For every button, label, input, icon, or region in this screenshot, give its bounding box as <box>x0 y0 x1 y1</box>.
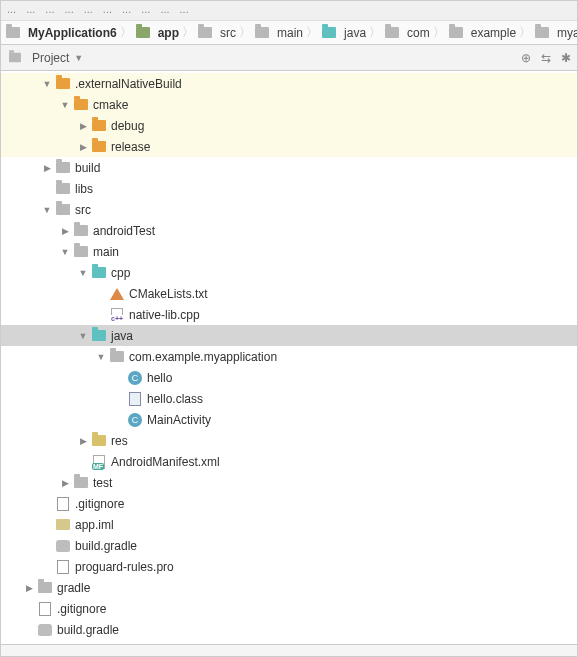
chevron-down-icon[interactable]: ▼ <box>41 204 53 216</box>
gitignore-icon <box>55 559 71 575</box>
chevron-down-icon[interactable]: ▼ <box>41 78 53 90</box>
tree-label: build <box>75 161 100 175</box>
menu-item[interactable]: ... <box>122 3 131 18</box>
breadcrumb-item[interactable]: myapplication <box>534 25 577 41</box>
tree-row[interactable]: ▶build.gradle <box>1 535 577 556</box>
folder-grey-icon <box>448 25 464 41</box>
tree-label: hello.class <box>147 392 203 406</box>
chevron-down-icon[interactable]: ▼ <box>77 267 89 279</box>
target-icon[interactable]: ⊕ <box>521 51 531 65</box>
breadcrumb-item[interactable]: src <box>197 25 236 41</box>
tree-row[interactable]: ▶release <box>1 136 577 157</box>
tree-row[interactable]: ▶.gitignore <box>1 493 577 514</box>
tree-row[interactable]: ▶.gitignore <box>1 598 577 619</box>
menu-item[interactable]: ... <box>141 3 150 18</box>
breadcrumb-item[interactable]: java <box>321 25 366 41</box>
tree-row[interactable]: ▶MFAndroidManifest.xml <box>1 451 577 472</box>
tree-row[interactable]: ▼java <box>1 325 577 346</box>
class-c-icon: C <box>127 412 143 428</box>
tree-label: androidTest <box>93 224 155 238</box>
tree-row[interactable]: ▼cpp <box>1 262 577 283</box>
menu-item[interactable]: ... <box>26 3 35 18</box>
tree-row[interactable]: ▶proguard-rules.pro <box>1 556 577 577</box>
menu-item[interactable]: ... <box>7 3 16 18</box>
tree-row[interactable]: ▶gradle <box>1 577 577 598</box>
chevron-right-icon[interactable]: ▶ <box>59 225 71 237</box>
breadcrumb-label: example <box>471 26 516 40</box>
tree-label: CMakeLists.txt <box>129 287 208 301</box>
breadcrumb-item[interactable]: example <box>448 25 516 41</box>
project-tree[interactable]: ▼.externalNativeBuild▼cmake▶debug▶releas… <box>1 71 577 644</box>
menu-item[interactable]: ... <box>160 3 169 18</box>
menu-item[interactable]: ... <box>103 3 112 18</box>
tree-label: native-lib.cpp <box>129 308 200 322</box>
folder-cyan-icon <box>91 328 107 344</box>
tree-row[interactable]: ▼main <box>1 241 577 262</box>
breadcrumb-item[interactable]: com <box>384 25 430 41</box>
tree-row[interactable]: ▶androidTest <box>1 220 577 241</box>
folder-grey-icon <box>5 25 21 41</box>
tree-row[interactable]: ▶Chello <box>1 367 577 388</box>
menu-bar[interactable]: .............................. <box>1 1 577 21</box>
tree-row[interactable]: ▼src <box>1 199 577 220</box>
collapse-icon[interactable]: ⇆ <box>541 51 551 65</box>
manifest-icon: MF <box>91 454 107 470</box>
tree-row[interactable]: ▶build <box>1 157 577 178</box>
breadcrumb-item[interactable]: main <box>254 25 303 41</box>
breadcrumb-bar: MyApplication6〉app〉src〉main〉java〉com〉exa… <box>1 21 577 45</box>
tree-label: .gitignore <box>75 497 124 511</box>
breadcrumb-item[interactable]: app <box>135 25 179 41</box>
tree-row[interactable]: ▼cmake <box>1 94 577 115</box>
tree-label: release <box>111 140 150 154</box>
dropdown-icon[interactable]: ▼ <box>74 53 83 63</box>
tree-row[interactable]: ▶app.iml <box>1 514 577 535</box>
tree-row[interactable]: ▶res <box>1 430 577 451</box>
tree-row[interactable]: ▼.externalNativeBuild <box>1 73 577 94</box>
gear-icon[interactable]: ✱ <box>561 51 571 65</box>
breadcrumb-item[interactable]: MyApplication6 <box>5 25 117 41</box>
tree-row[interactable]: ▶c++native-lib.cpp <box>1 304 577 325</box>
chevron-down-icon[interactable]: ▼ <box>59 246 71 258</box>
chevron-right-icon[interactable]: ▶ <box>77 141 89 153</box>
chevron-right-icon[interactable]: ▶ <box>59 477 71 489</box>
chevron-down-icon[interactable]: ▼ <box>59 99 71 111</box>
chevron-right-icon: 〉 <box>306 24 318 41</box>
project-label[interactable]: Project <box>32 51 69 65</box>
folder-grey-icon <box>55 202 71 218</box>
folder-grey-icon <box>55 181 71 197</box>
folder-module-icon <box>135 25 151 41</box>
chevron-down-icon[interactable]: ▼ <box>95 351 107 363</box>
menu-item[interactable]: ... <box>45 3 54 18</box>
breadcrumb-label: main <box>277 26 303 40</box>
bytecode-icon <box>127 391 143 407</box>
breadcrumb-label: com <box>407 26 430 40</box>
menu-item[interactable]: ... <box>84 3 93 18</box>
chevron-right-icon[interactable]: ▶ <box>41 162 53 174</box>
menu-item[interactable]: ... <box>180 3 189 18</box>
tree-label: build.gradle <box>57 623 119 637</box>
breadcrumb-label: src <box>220 26 236 40</box>
tree-row[interactable]: ▶debug <box>1 115 577 136</box>
folder-orange-icon <box>55 76 71 92</box>
tree-row[interactable]: ▶hello.class <box>1 388 577 409</box>
chevron-right-icon[interactable]: ▶ <box>77 435 89 447</box>
tree-label: build.gradle <box>75 539 137 553</box>
folder-grey-icon <box>254 25 270 41</box>
folder-grey-icon <box>534 25 550 41</box>
tree-row[interactable]: ▶CMakeLists.txt <box>1 283 577 304</box>
chevron-down-icon[interactable]: ▼ <box>77 330 89 342</box>
tree-row[interactable]: ▶test <box>1 472 577 493</box>
tree-row[interactable]: ▶libs <box>1 178 577 199</box>
tree-row[interactable]: ▶build.gradle <box>1 619 577 640</box>
chevron-right-icon[interactable]: ▶ <box>77 120 89 132</box>
tree-label: proguard-rules.pro <box>75 560 174 574</box>
tree-label: main <box>93 245 119 259</box>
cpp-file-icon: c++ <box>109 307 125 323</box>
chevron-right-icon[interactable]: ▶ <box>23 582 35 594</box>
folder-grey-icon <box>55 160 71 176</box>
tree-row[interactable]: ▶CMainActivity <box>1 409 577 430</box>
tree-row[interactable]: ▼com.example.myapplication <box>1 346 577 367</box>
tree-label: cmake <box>93 98 128 112</box>
tree-label: cpp <box>111 266 130 280</box>
menu-item[interactable]: ... <box>65 3 74 18</box>
